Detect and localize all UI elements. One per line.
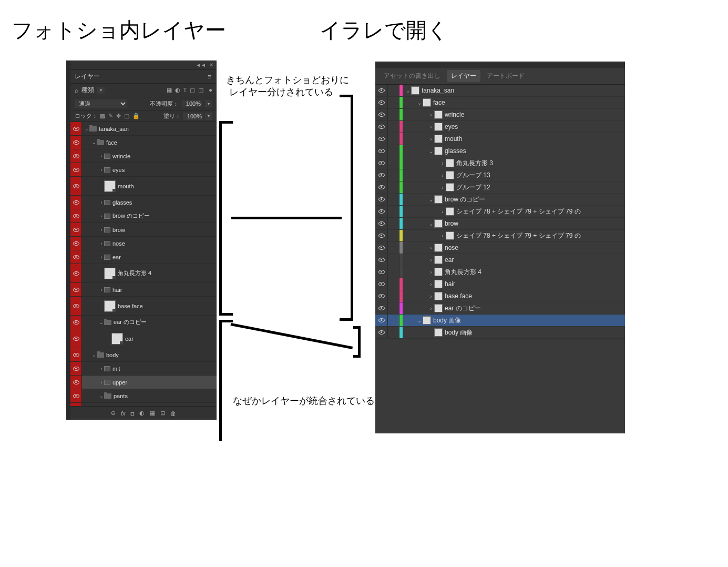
visibility-toggle[interactable]: [70, 122, 82, 135]
visibility-toggle[interactable]: [375, 194, 388, 205]
blend-mode-select[interactable]: 通過: [75, 99, 127, 108]
ai-layer-row[interactable]: ›シェイプ 78 + シェイプ 79 + シェイプ 79 の: [375, 230, 625, 242]
lock-paint-icon[interactable]: ✎: [108, 113, 113, 119]
visibility-toggle[interactable]: [375, 133, 388, 145]
chevron-icon[interactable]: ›: [428, 306, 434, 311]
adjustment-icon[interactable]: ◐: [139, 410, 145, 417]
chevron-icon[interactable]: ⌄: [91, 352, 97, 358]
collapse-icon[interactable]: ◄◄: [196, 62, 206, 68]
chevron-icon[interactable]: ›: [439, 233, 446, 239]
visibility-toggle[interactable]: [70, 136, 82, 149]
ps-layer-row[interactable]: ›ear: [70, 250, 217, 264]
ps-layer-row[interactable]: 角丸長方形 4: [70, 264, 217, 283]
new-layer-icon[interactable]: ⊡: [160, 410, 165, 417]
ai-layer-row[interactable]: ⌄tanaka_san: [375, 85, 625, 97]
ps-layer-row[interactable]: ›mit: [70, 362, 217, 376]
visibility-toggle[interactable]: [70, 283, 82, 296]
chevron-icon[interactable]: ›: [428, 112, 434, 118]
chevron-icon[interactable]: ›: [99, 241, 104, 246]
visibility-toggle[interactable]: [375, 85, 388, 96]
chevron-icon[interactable]: ⌄: [99, 393, 104, 399]
ps-layer-row[interactable]: mouth: [70, 177, 217, 196]
chevron-icon[interactable]: ⌄: [428, 148, 434, 154]
ai-layer-row[interactable]: ›eyes: [375, 121, 625, 133]
ps-layer-row[interactable]: ›nose: [70, 237, 217, 250]
visibility-toggle[interactable]: [375, 97, 388, 108]
chevron-icon[interactable]: ⌄: [428, 221, 434, 227]
ps-layer-row[interactable]: ⌄ear のコピー: [70, 316, 217, 329]
chevron-icon[interactable]: ›: [439, 209, 446, 215]
chevron-icon[interactable]: ›: [428, 269, 434, 275]
lock-artboard-icon[interactable]: ▢: [124, 113, 129, 119]
visibility-toggle[interactable]: [70, 223, 82, 236]
ai-layer-row[interactable]: ›ear のコピー: [375, 302, 625, 315]
visibility-toggle[interactable]: [375, 218, 388, 229]
ai-layer-row[interactable]: ›base face: [375, 290, 625, 302]
visibility-toggle[interactable]: [70, 209, 82, 222]
filter-smart-icon[interactable]: ◫: [198, 87, 203, 94]
visibility-toggle[interactable]: [375, 206, 388, 217]
visibility-toggle[interactable]: [70, 163, 82, 176]
chevron-icon[interactable]: ›: [99, 287, 104, 292]
visibility-toggle[interactable]: [375, 157, 388, 169]
fill-input[interactable]: [183, 113, 203, 120]
chevron-icon[interactable]: ›: [99, 167, 104, 173]
chevron-icon[interactable]: ›: [99, 214, 104, 219]
ai-layer-row[interactable]: ⌄body 画像: [375, 315, 625, 327]
chevron-icon[interactable]: ›: [439, 173, 446, 178]
ps-layer-row[interactable]: ›brow のコピー: [70, 209, 217, 223]
filter-toggle-icon[interactable]: ●: [209, 87, 212, 94]
close-icon[interactable]: ✕: [209, 62, 213, 68]
filter-shape-icon[interactable]: ▢: [190, 87, 195, 94]
fx-icon[interactable]: fx: [121, 410, 126, 417]
ai-layer-row[interactable]: ›wrincle: [375, 109, 625, 121]
lock-transparent-icon[interactable]: ▩: [100, 113, 105, 119]
filter-type-icon[interactable]: T: [183, 87, 187, 94]
chevron-icon[interactable]: ›: [428, 245, 434, 251]
chevron-icon[interactable]: ›: [99, 380, 104, 385]
ai-layer-row[interactable]: ⌄brow: [375, 218, 625, 230]
ai-layer-row[interactable]: ›hair: [375, 278, 625, 290]
ai-layer-row[interactable]: body 画像: [375, 327, 625, 339]
chevron-icon[interactable]: ⌄: [405, 88, 411, 94]
ai-layer-row[interactable]: ›mouth: [375, 133, 625, 145]
tab-layers-ai[interactable]: レイヤー: [447, 70, 480, 82]
tab-asset-export[interactable]: アセットの書き出し: [380, 70, 445, 82]
mask-icon[interactable]: ◘: [130, 410, 134, 417]
chevron-icon[interactable]: ›: [99, 227, 104, 232]
trash-icon[interactable]: 🗑: [170, 410, 176, 417]
ps-layer-row[interactable]: base face: [70, 297, 217, 316]
ps-layer-row[interactable]: ›brow: [70, 223, 217, 237]
chevron-icon[interactable]: ⌄: [428, 197, 434, 202]
ps-layer-row[interactable]: ›hair: [70, 283, 217, 297]
visibility-toggle[interactable]: [375, 145, 388, 157]
visibility-toggle[interactable]: [375, 278, 388, 290]
chevron-icon[interactable]: ⌄: [99, 320, 104, 325]
visibility-toggle[interactable]: [70, 403, 82, 406]
chevron-icon[interactable]: ›: [428, 257, 434, 263]
ai-layer-row[interactable]: ⌄face: [375, 97, 625, 109]
ps-layer-row[interactable]: ⌄pants: [70, 389, 217, 403]
visibility-toggle[interactable]: [70, 196, 82, 209]
visibility-toggle[interactable]: [375, 181, 388, 193]
visibility-toggle[interactable]: [70, 149, 82, 163]
chevron-icon[interactable]: ›: [428, 293, 434, 299]
visibility-toggle[interactable]: [375, 121, 388, 133]
visibility-toggle[interactable]: [70, 297, 82, 315]
ps-layer-row[interactable]: ⌄tanaka_san: [70, 122, 217, 136]
visibility-toggle[interactable]: [375, 169, 388, 181]
ai-layer-row[interactable]: ›グループ 13: [375, 169, 625, 181]
visibility-toggle[interactable]: [375, 315, 388, 326]
chevron-icon[interactable]: ›: [439, 185, 446, 190]
ps-layer-row[interactable]: ear: [70, 329, 217, 348]
tab-artboards[interactable]: アートボード: [483, 70, 529, 82]
link-icon[interactable]: ⊖: [111, 410, 116, 417]
visibility-toggle[interactable]: [375, 266, 388, 278]
chevron-icon[interactable]: ›: [428, 281, 434, 287]
chevron-icon[interactable]: ›: [99, 200, 104, 205]
chevron-icon[interactable]: ›: [99, 154, 104, 159]
visibility-toggle[interactable]: [375, 254, 388, 266]
visibility-toggle[interactable]: [70, 177, 82, 195]
visibility-toggle[interactable]: [70, 250, 82, 264]
lock-position-icon[interactable]: ✥: [116, 113, 121, 119]
